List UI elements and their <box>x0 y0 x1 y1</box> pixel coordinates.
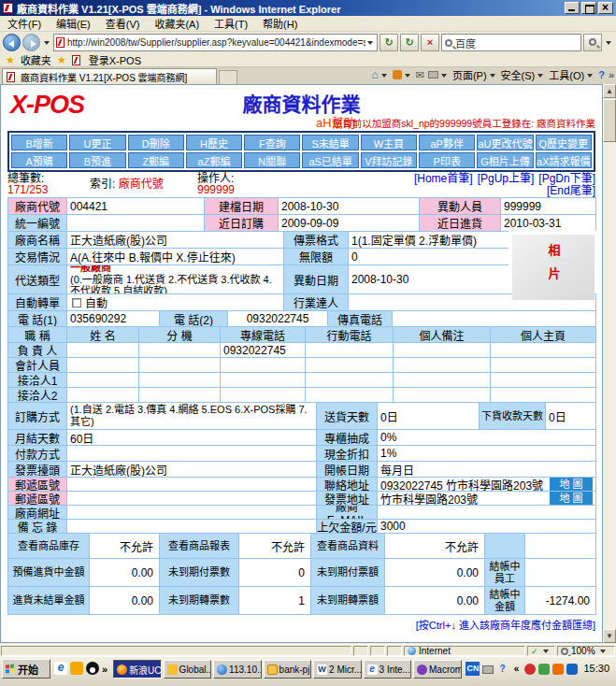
taskbar-window-global[interactable]: Global... <box>164 660 211 679</box>
btn-delete[interactable]: D刪除 <box>128 135 184 150</box>
l2-mobile[interactable] <box>305 387 394 403</box>
qq-quicklaunch-icon[interactable] <box>86 662 99 675</box>
owner-direct-phone[interactable]: 0932022745 <box>220 342 306 358</box>
owner-homepage[interactable] <box>490 342 596 358</box>
protected-mode-pane[interactable] <box>527 646 555 656</box>
favorite-link-xpos[interactable]: 登录X-POS <box>89 52 141 67</box>
refresh-button[interactable] <box>400 34 419 51</box>
start-button[interactable]: 开始 <box>2 659 50 679</box>
btn-zip[interactable]: Z郵編 <box>128 152 184 168</box>
btn-home-page[interactable]: W主頁 <box>361 135 417 150</box>
clock[interactable]: 15:30 <box>580 662 612 676</box>
read-mail-button[interactable] <box>416 69 424 81</box>
l2-direct-phone[interactable] <box>220 387 306 403</box>
acct-note[interactable] <box>393 357 491 373</box>
history-dropdown-icon[interactable] <box>44 41 50 48</box>
map-button[interactable]: 地 圖 <box>550 478 593 491</box>
btn-closed-orders[interactable]: aS已結單 <box>302 152 358 168</box>
btn-photo-upload[interactable]: G相片上傳 <box>477 152 533 168</box>
counter-commission-value[interactable]: 0% <box>377 429 596 446</box>
btn-request-quote[interactable]: aX請求報價 <box>536 152 592 168</box>
taskbar-group-ie[interactable]: 3 Inte... <box>364 660 411 679</box>
btn-preorder[interactable]: A預購 <box>11 152 67 168</box>
billing-date-value[interactable]: 每月日 <box>377 461 596 478</box>
supplier-code-value[interactable]: 004421 <box>66 197 205 215</box>
maximize-button[interactable] <box>581 2 596 14</box>
memo-value[interactable] <box>66 519 317 534</box>
fax-value[interactable] <box>392 310 596 327</box>
blue-tray-icon[interactable] <box>566 664 578 675</box>
new-tab-button[interactable] <box>219 70 237 84</box>
search-go-button[interactable] <box>583 34 602 51</box>
btn-query[interactable]: F查詢 <box>244 135 300 150</box>
invoice-title-value[interactable]: 正大造紙廠(股)公司 <box>66 461 317 478</box>
cash-discount-value[interactable]: 1% <box>377 445 596 462</box>
print-button[interactable] <box>428 70 449 80</box>
search-dropdown-icon[interactable] <box>606 41 611 48</box>
index-value[interactable]: 廠商代號 <box>119 178 164 191</box>
payment-method-value[interactable] <box>66 445 317 462</box>
photo-placeholder[interactable]: 相片 <box>512 235 595 300</box>
btn-history-change[interactable]: Q歷史變更 <box>536 135 592 150</box>
compatibility-button[interactable] <box>380 34 398 51</box>
acct-mobile[interactable] <box>305 357 394 373</box>
taskbar-window-macromedia[interactable]: Macrom... <box>413 660 461 679</box>
scroll-down-button[interactable]: ▼ <box>603 629 616 643</box>
uc-quicklaunch-icon[interactable] <box>70 662 83 675</box>
map-button[interactable]: 地 圖 <box>550 492 593 505</box>
owner-mobile[interactable] <box>305 342 394 358</box>
btn-update[interactable]: U更正 <box>69 135 125 150</box>
owner-note[interactable] <box>393 342 491 358</box>
l1-direct-phone[interactable] <box>220 372 306 388</box>
menu-favorites[interactable]: 收藏夹(A) <box>154 16 199 31</box>
invoice-address-text[interactable]: 竹市科學園路203號 <box>380 491 478 506</box>
feeds-button[interactable] <box>393 70 412 80</box>
btn-print-report[interactable]: P印表 <box>419 152 475 168</box>
btn-partner[interactable]: aP夥伴 <box>419 135 475 150</box>
btn-add[interactable]: B增新 <box>11 135 67 150</box>
back-button[interactable] <box>3 34 21 51</box>
btn-change-code[interactable]: aU更改代號 <box>477 135 533 150</box>
l2-homepage[interactable] <box>490 387 596 403</box>
delivery-days-value[interactable]: 0日 <box>377 402 480 430</box>
l1-name[interactable] <box>66 372 139 388</box>
taskbar-group-word[interactable]: 2 Micr... <box>313 660 361 679</box>
taskbar-window-bankpj[interactable]: bank-pj <box>264 660 311 679</box>
quicklaunch-overflow-chevron[interactable]: » <box>102 661 107 675</box>
owner-name[interactable] <box>66 342 139 358</box>
acct-name[interactable] <box>66 357 139 373</box>
help-button[interactable] <box>598 69 605 80</box>
contact-address-text[interactable]: 0932022745 竹市科學園路203號 <box>380 477 543 492</box>
menu-view[interactable]: 查看(V) <box>106 16 140 31</box>
page-menu[interactable]: 页面(P) <box>452 67 497 82</box>
l2-name[interactable] <box>66 387 139 403</box>
monthly-days-value[interactable]: 60日 <box>66 429 317 446</box>
help-tray-icon[interactable] <box>496 664 508 675</box>
taskbar-window-113[interactable]: 113.10... <box>213 660 261 679</box>
supplier-name-value[interactable]: 正大造紙廠(股)公司 <box>66 231 284 249</box>
l2-ext[interactable] <box>138 387 221 403</box>
nav-end-link[interactable]: [End尾筆] <box>547 184 595 197</box>
l1-homepage[interactable] <box>490 372 596 388</box>
search-input[interactable]: 百度 <box>441 34 581 51</box>
home-button[interactable] <box>371 68 388 81</box>
owed-amount-value[interactable]: 3000 <box>377 519 596 534</box>
tools-menu[interactable]: 工具(O) <box>549 67 595 82</box>
website-value[interactable] <box>66 505 317 520</box>
l2-note[interactable] <box>393 387 491 403</box>
language-indicator[interactable]: CN <box>466 662 480 676</box>
nav-home-link[interactable]: [Home首筆] <box>414 172 473 185</box>
add-favorite-icon[interactable]: ★ <box>57 54 66 66</box>
btn-history[interactable]: H歷史 <box>186 135 242 150</box>
auto-checkbox[interactable] <box>72 298 81 307</box>
ie-quicklaunch-icon[interactable] <box>54 662 67 675</box>
menu-file[interactable]: 文件(F) <box>7 16 41 31</box>
menu-tools[interactable]: 工具(T) <box>214 16 248 31</box>
acct-direct-phone[interactable] <box>220 357 306 373</box>
commandbar-overflow[interactable] <box>609 69 614 80</box>
nav-pgdn-link[interactable]: [PgDn下筆] <box>538 172 595 185</box>
btn-prein[interactable]: B預進 <box>69 152 125 168</box>
owner-ext[interactable] <box>138 342 221 358</box>
tax-id-value[interactable] <box>66 214 205 232</box>
minimize-button[interactable] <box>565 2 580 14</box>
